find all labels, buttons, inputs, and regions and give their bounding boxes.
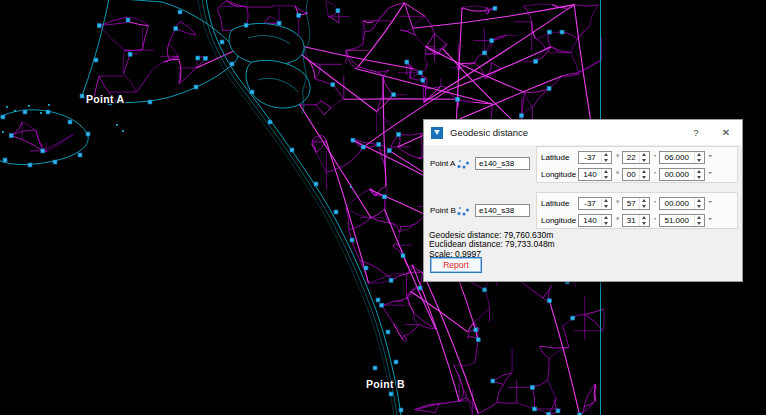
map-point-marker[interactable] (377, 143, 381, 147)
point-b-lon-sec-spinbox[interactable]: 51.000 (659, 214, 705, 227)
map-point-marker[interactable] (394, 360, 398, 364)
map-point-marker[interactable] (476, 338, 480, 342)
map-point-marker[interactable] (556, 409, 560, 413)
map-point-marker[interactable] (534, 60, 538, 64)
map-point-marker[interactable] (361, 145, 365, 149)
report-button[interactable]: Report (430, 257, 482, 273)
point-a-lon-min-spinbox[interactable]: 00 (622, 168, 650, 181)
map-point-marker[interactable] (350, 238, 354, 242)
map-point-marker[interactable] (196, 56, 200, 60)
map-point-marker[interactable] (80, 94, 84, 98)
point-b-lon-min-spinbox[interactable]: 31 (622, 214, 650, 227)
map-point-marker[interactable] (351, 138, 355, 142)
map-point-marker[interactable] (560, 30, 564, 34)
map-point-marker[interactable] (314, 182, 318, 186)
map-point-marker[interactable] (401, 254, 405, 258)
map-point-marker[interactable] (9, 134, 13, 138)
map-point-marker[interactable] (548, 30, 552, 34)
map-point-marker[interactable] (571, 316, 575, 320)
map-point-marker[interactable] (126, 18, 130, 22)
spin-down-icon[interactable] (640, 203, 649, 209)
map-point-marker[interactable] (78, 153, 82, 157)
map-point-marker[interactable] (490, 39, 494, 43)
map-point-marker[interactable] (548, 299, 552, 303)
map-point-marker[interactable] (418, 71, 422, 75)
map-point-marker[interactable] (383, 195, 387, 199)
close-button[interactable]: ✕ (713, 120, 739, 145)
map-point-marker[interactable] (28, 163, 32, 167)
map-point-marker[interactable] (178, 10, 182, 14)
map-point-marker[interactable] (456, 97, 460, 101)
map-point-marker[interactable] (399, 408, 403, 412)
point-b-lat-min-spinbox[interactable]: 57 (622, 197, 650, 210)
map-point-marker[interactable] (68, 120, 72, 124)
map-point-marker[interactable] (97, 24, 101, 28)
point-a-lat-min-spinbox[interactable]: 22 (622, 151, 650, 164)
map-point-marker[interactable] (364, 266, 368, 270)
point-a-lat-sec-spinbox[interactable]: 06.000 (659, 151, 705, 164)
map-point-marker[interactable] (46, 110, 50, 114)
map-point-marker[interactable] (1, 115, 5, 119)
map-point-marker[interactable] (405, 60, 409, 64)
map-point-marker[interactable] (290, 148, 294, 152)
spin-down-icon[interactable] (695, 220, 704, 226)
map-point-marker[interactable] (386, 330, 390, 334)
map-point-marker[interactable] (533, 407, 537, 411)
map-point-marker[interactable] (392, 93, 396, 97)
map-point-marker[interactable] (94, 58, 98, 62)
point-b-lat-deg-spinbox[interactable]: -37 (578, 197, 612, 210)
map-point-marker[interactable] (380, 303, 384, 307)
map-point-marker[interactable] (277, 21, 281, 25)
map-point-marker[interactable] (53, 160, 57, 164)
point-b-lon-deg-spinbox[interactable]: 140 (578, 214, 612, 227)
point-a-lon-sec-spinbox[interactable]: 00.000 (659, 168, 705, 181)
map-point-marker[interactable] (86, 132, 90, 136)
point-a-lat-deg-spinbox[interactable]: -37 (578, 151, 612, 164)
spin-down-icon[interactable] (602, 220, 611, 226)
map-point-marker[interactable] (418, 286, 422, 290)
map-point-marker[interactable] (389, 278, 393, 282)
map-point-marker[interactable] (244, 23, 248, 27)
map-point-marker[interactable] (336, 9, 340, 13)
map-point-marker[interactable] (268, 120, 272, 124)
point-a-name-field[interactable] (475, 157, 530, 170)
map-point-marker[interactable] (41, 149, 45, 153)
map-point-marker[interactable] (128, 52, 132, 56)
map-point-marker[interactable] (230, 62, 234, 66)
map-point-marker[interactable] (520, 114, 524, 118)
map-point-marker[interactable] (220, 40, 224, 44)
help-button[interactable]: ? (683, 120, 709, 145)
map-point-marker[interactable] (334, 210, 338, 214)
spin-down-icon[interactable] (602, 157, 611, 163)
map-point-marker[interactable] (491, 379, 495, 383)
map-point-marker[interactable] (474, 328, 478, 332)
map-point-marker[interactable] (331, 83, 335, 87)
spin-down-icon[interactable] (640, 174, 649, 180)
map-point-marker[interactable] (483, 288, 487, 292)
map-point-marker[interactable] (250, 90, 254, 94)
map-point-marker[interactable] (297, 14, 301, 18)
dialog-title-bar[interactable]: Geodesic distance ? ✕ (424, 120, 742, 145)
map-point-marker[interactable] (3, 158, 7, 162)
map-point-marker[interactable] (483, 51, 487, 55)
spin-down-icon[interactable] (695, 157, 704, 163)
map-point-marker[interactable] (174, 27, 178, 31)
map-point-marker[interactable] (376, 298, 380, 302)
spin-down-icon[interactable] (602, 203, 611, 209)
map-point-marker[interactable] (204, 56, 208, 60)
map-point-marker[interactable] (547, 87, 551, 91)
map-point-marker[interactable] (493, 6, 497, 10)
point-b-lat-sec-spinbox[interactable]: 00.000 (659, 197, 705, 210)
spin-down-icon[interactable] (640, 220, 649, 226)
map-point-marker[interactable] (194, 85, 198, 89)
point-b-name-field[interactable] (475, 204, 530, 217)
spin-down-icon[interactable] (602, 174, 611, 180)
map-point-marker[interactable] (421, 78, 425, 82)
map-point-marker[interactable] (23, 110, 27, 114)
spin-down-icon[interactable] (695, 203, 704, 209)
map-point-marker[interactable] (148, 100, 152, 104)
spin-down-icon[interactable] (640, 157, 649, 163)
map-point-marker[interactable] (530, 386, 534, 390)
point-a-lon-deg-spinbox[interactable]: 140 (578, 168, 612, 181)
map-point-marker[interactable] (387, 149, 391, 153)
